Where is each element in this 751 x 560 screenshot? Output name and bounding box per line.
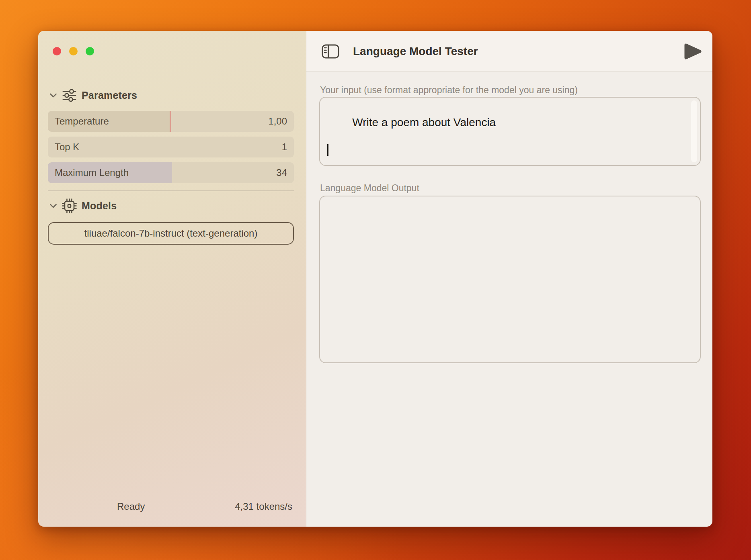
top-k-value: 1 [282,137,287,157]
temperature-value: 1,00 [268,111,287,132]
model-select-label: tiiuae/falcon-7b-instruct (text-generati… [84,228,258,239]
top-k-label: Top K [55,137,79,157]
input-textarea[interactable]: Write a poem about Valencia [319,97,701,166]
parameters-section-label: Parameters [82,90,137,101]
maximum-length-slider[interactable]: Maximum Length 34 [48,162,294,183]
models-section-header[interactable]: Models [49,199,117,212]
title-bar: Language Model Tester [306,31,712,72]
sidebar-divider [48,190,294,191]
output-textarea[interactable] [319,196,701,363]
sidebar: Parameters Temperature 1,00 Top K 1 Maxi… [38,31,306,527]
maximum-length-label: Maximum Length [55,162,129,183]
chip-icon [62,198,77,213]
input-label: Your input (use format appropriate for t… [320,85,578,96]
top-k-slider[interactable]: Top K 1 [48,137,294,157]
maximum-length-value: 34 [276,162,287,183]
zoom-button[interactable] [86,47,94,55]
status-bar: Ready 4,31 tokens/s [38,501,306,513]
temperature-slider[interactable]: Temperature 1,00 [48,111,294,132]
temperature-label: Temperature [55,111,109,132]
text-cursor [327,144,328,156]
status-text: Ready [117,501,145,512]
models-section-label: Models [82,200,117,212]
chevron-down-icon [49,203,57,208]
tokens-per-second: 4,31 tokens/s [235,501,292,512]
chevron-down-icon [49,93,57,98]
page-title: Language Model Tester [353,45,478,58]
output-label: Language Model Output [320,183,419,194]
sidebar-toggle-icon [322,44,339,59]
app-window: Parameters Temperature 1,00 Top K 1 Maxi… [38,31,712,527]
parameters-section-header[interactable]: Parameters [49,89,137,102]
run-button[interactable] [683,43,702,60]
close-button[interactable] [53,47,61,55]
input-scrollbar[interactable] [691,100,697,162]
desktop: { "window": { "controls": [ {"name": "cl… [0,0,751,560]
model-select-button[interactable]: tiiuae/falcon-7b-instruct (text-generati… [48,222,294,245]
main-panel: Language Model Tester Your input (use fo… [306,31,712,527]
sliders-icon [62,89,77,102]
sidebar-toggle-button[interactable] [322,44,339,59]
play-icon [683,43,702,60]
minimize-button[interactable] [69,47,78,55]
window-controls [53,47,94,55]
input-text: Write a poem about Valencia [352,116,496,129]
